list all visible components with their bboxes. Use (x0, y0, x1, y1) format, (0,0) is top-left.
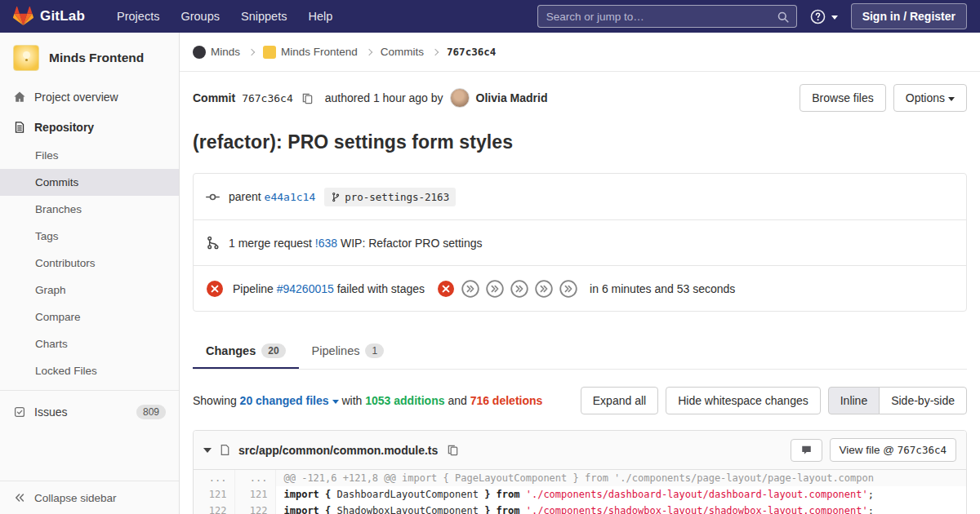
file-path[interactable]: src/app/common/common.module.ts (238, 444, 438, 457)
pipeline-duration: in 6 minutes and 53 seconds (590, 282, 735, 295)
sidebar-item-tags[interactable]: Tags (0, 223, 179, 250)
changed-files-dropdown[interactable]: 20 changed files (240, 394, 339, 407)
top-navbar: GitLab Projects Groups Snippets Help (0, 0, 980, 33)
stage-skipped-icon[interactable] (510, 280, 528, 298)
new-line-number: ... (234, 470, 275, 486)
with-text: with (341, 394, 362, 407)
project-avatar (13, 45, 39, 71)
and-text: and (448, 394, 466, 407)
old-line-number[interactable]: 122 (194, 503, 234, 514)
author-name[interactable]: Olivia Madrid (476, 91, 548, 104)
copy-sha-button[interactable] (300, 91, 315, 106)
sidebar-item-contributors[interactable]: Contributors (0, 250, 179, 277)
diff-hunk-row: ... ... @@ -121,6 +121,8 @@ import { Pag… (194, 470, 966, 486)
sidebar-item-branches[interactable]: Branches (0, 196, 179, 223)
new-line-number[interactable]: 121 (234, 486, 275, 503)
copy-path-button[interactable] (445, 442, 461, 458)
branch-badge[interactable]: pro-settings-2163 (324, 188, 456, 206)
sidebar-item-issues[interactable]: Issues 809 (0, 397, 179, 427)
side-by-side-view-button[interactable]: Side-by-side (879, 387, 967, 414)
stage-failed-icon[interactable] (437, 280, 455, 298)
commit-header: Commit 767c36c4 authored 1 hour ago by O… (193, 72, 967, 122)
sidebar-item-locked-files[interactable]: Locked Files (0, 357, 179, 384)
project-sidebar: Minds Frontend Project overview Reposito… (0, 33, 180, 514)
diff-line-row: 121 121 import { DashboardLayoutComponen… (194, 486, 966, 503)
nav-snippets[interactable]: Snippets (230, 0, 297, 33)
merge-request-link[interactable]: !638 (315, 237, 337, 250)
stage-skipped-icon[interactable] (559, 280, 577, 298)
sidebar-item-compare[interactable]: Compare (0, 304, 179, 330)
search-box (537, 5, 797, 28)
parent-sha-link[interactable]: e44a1c14 (265, 191, 316, 203)
sidebar-divider (0, 390, 179, 391)
stage-skipped-icon[interactable] (486, 280, 504, 298)
project-header[interactable]: Minds Frontend (0, 33, 179, 82)
branch-icon (331, 192, 341, 202)
parent-label: parent (229, 190, 261, 203)
issues-count-badge: 809 (136, 405, 166, 419)
breadcrumb-separator-icon (248, 48, 255, 55)
nav-help[interactable]: Help (297, 0, 343, 33)
comment-file-button[interactable] (791, 439, 822, 462)
tab-changes[interactable]: Changes 20 (193, 333, 299, 369)
help-menu[interactable] (810, 9, 838, 24)
breadcrumb-minds-frontend[interactable]: Minds Frontend (263, 46, 358, 59)
sidebar-item-graph[interactable]: Graph (0, 277, 179, 304)
commit-title: (refactor): PRO settings form styles (193, 131, 967, 153)
diff-file-header: src/app/common/common.module.ts View fil… (194, 431, 966, 470)
inline-view-button[interactable]: Inline (828, 387, 880, 414)
chevron-down-icon (948, 97, 955, 104)
collapse-sidebar-button[interactable]: Collapse sidebar (0, 481, 179, 514)
options-dropdown[interactable]: Options (893, 84, 967, 112)
changes-count-badge: 20 (261, 343, 285, 358)
pipeline-id-link[interactable]: #94260015 (277, 282, 334, 295)
repository-submenu: Files Commits Branches Tags Contributors… (0, 142, 179, 384)
search-input[interactable] (538, 11, 796, 23)
tab-pipelines[interactable]: Pipelines 1 (299, 333, 398, 369)
new-line-number[interactable]: 122 (234, 503, 275, 514)
stage-skipped-icon[interactable] (535, 280, 553, 298)
merge-request-row: 1 merge request !638 WIP: Refactor PRO s… (194, 219, 966, 265)
branch-name: pro-settings-2163 (345, 191, 449, 203)
question-icon (810, 9, 826, 24)
hunk-header-text: @@ -121,6 +121,8 @@ import { PageLayoutC… (275, 470, 966, 486)
file-actions: View file @ 767c36c4 (791, 438, 956, 462)
commit-label: Commit (193, 91, 235, 104)
breadcrumb-commits[interactable]: Commits (381, 46, 424, 58)
home-icon (13, 91, 26, 104)
sidebar-item-charts[interactable]: Charts (0, 330, 179, 357)
showing-text: Showing (193, 394, 237, 407)
additions-count: 1053 additions (365, 394, 444, 407)
old-line-number[interactable]: 121 (194, 486, 234, 503)
view-file-button[interactable]: View file @ 767c36c4 (830, 438, 956, 462)
sidebar-item-repository[interactable]: Repository (0, 112, 179, 142)
collapse-file-icon[interactable] (203, 448, 212, 453)
nav-groups[interactable]: Groups (170, 0, 230, 33)
breadcrumb-separator-icon (366, 48, 372, 55)
search-icon (777, 11, 790, 26)
sign-in-button[interactable]: Sign in / Register (851, 3, 967, 29)
merge-request-title: WIP: Refactor PRO settings (341, 237, 483, 250)
author-avatar[interactable] (450, 88, 470, 108)
code-line: import { DashboardLayoutComponent } from… (275, 486, 966, 503)
gitlab-logo[interactable]: GitLab (13, 7, 85, 26)
sidebar-item-commits[interactable]: Commits (0, 169, 179, 196)
sidebar-item-files[interactable]: Files (0, 142, 179, 169)
repository-icon (13, 121, 26, 134)
browse-files-button[interactable]: Browse files (800, 84, 885, 112)
navbar-links: Projects Groups Snippets Help (106, 0, 343, 33)
stage-skipped-icon[interactable] (461, 280, 479, 298)
minds-avatar-icon (193, 46, 206, 59)
pipeline-status-text: failed with stages (337, 282, 425, 295)
brand-text: GitLab (40, 8, 85, 24)
sidebar-item-project-overview[interactable]: Project overview (0, 82, 179, 112)
expand-all-button[interactable]: Expand all (581, 387, 658, 414)
nav-projects[interactable]: Projects (106, 0, 170, 33)
diff-table: ... ... @@ -121,6 +121,8 @@ import { Pag… (194, 470, 966, 514)
pipeline-label: Pipeline (233, 282, 274, 295)
breadcrumb-minds[interactable]: Minds (193, 46, 240, 59)
commit-tabs: Changes 20 Pipelines 1 (193, 333, 967, 370)
merge-request-count: 1 merge request (229, 237, 312, 250)
commit-info-box: parent e44a1c14 pro-settings-2163 (193, 173, 967, 312)
hide-whitespace-button[interactable]: Hide whitespace changes (666, 387, 821, 414)
